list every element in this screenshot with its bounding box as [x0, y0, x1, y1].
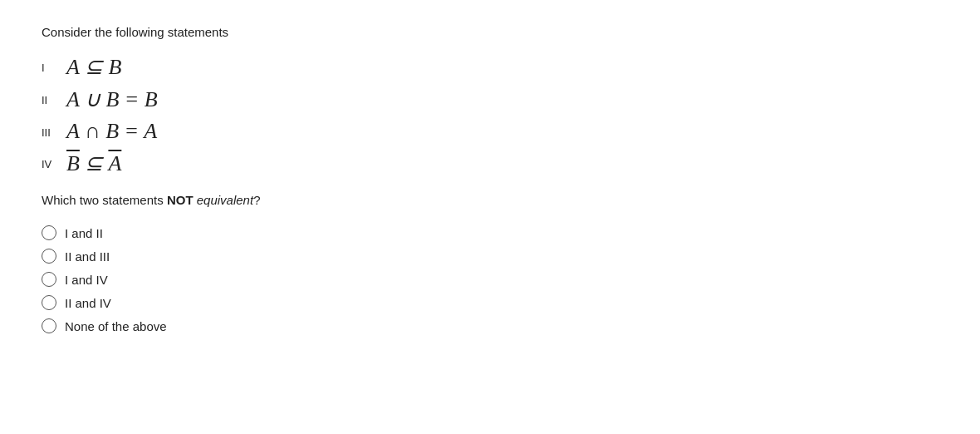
- option-label-2: II and III: [65, 249, 110, 264]
- statement-row-4: IV B ⊆ A: [42, 150, 260, 176]
- option-item-2[interactable]: II and III: [42, 249, 260, 264]
- intro-label: Consider the following statements: [42, 25, 228, 39]
- question-suffix: ?: [253, 193, 260, 207]
- radio-2[interactable]: [42, 249, 56, 264]
- option-item-1[interactable]: I and II: [42, 225, 260, 240]
- question-bold: NOT: [167, 193, 194, 207]
- main-content: Consider the following statements I A ⊆ …: [0, 0, 301, 358]
- intro-text: Consider the following statements: [42, 25, 260, 39]
- stmt-math-1: A ⊆ B: [66, 54, 121, 80]
- radio-3[interactable]: [42, 272, 56, 287]
- stmt-math-3: A ∩ B = A: [66, 119, 157, 144]
- statement-row-2: II A ∪ B = B: [42, 86, 260, 112]
- option-item-3[interactable]: I and IV: [42, 272, 260, 287]
- stmt-math-2: A ∪ B = B: [66, 86, 158, 112]
- stmt-label-4: IV: [42, 156, 66, 170]
- option-label-1: I and II: [65, 226, 103, 240]
- option-label-4: II and IV: [65, 296, 111, 310]
- stmt-label-3: III: [42, 125, 66, 139]
- stmt-label-1: I: [42, 60, 66, 74]
- question-prefix: Which two statements: [42, 193, 167, 207]
- option-item-5[interactable]: None of the above: [42, 318, 260, 333]
- question-text: Which two statements NOT equivalent?: [42, 193, 260, 207]
- statement-row-3: III A ∩ B = A: [42, 119, 260, 144]
- option-item-4[interactable]: II and IV: [42, 295, 260, 310]
- radio-5[interactable]: [42, 318, 56, 333]
- statement-row-1: I A ⊆ B: [42, 54, 260, 80]
- radio-4[interactable]: [42, 295, 56, 310]
- question-italic: equivalent: [194, 193, 254, 207]
- options-section: I and II II and III I and IV II and IV N…: [42, 225, 260, 333]
- stmt-label-2: II: [42, 92, 66, 106]
- stmt-math-4: B ⊆ A: [66, 150, 121, 176]
- statements-section: I A ⊆ B II A ∪ B = B III A ∩ B = A IV B …: [42, 54, 260, 176]
- option-label-3: I and IV: [65, 273, 108, 287]
- option-label-5: None of the above: [65, 319, 167, 333]
- radio-1[interactable]: [42, 225, 56, 240]
